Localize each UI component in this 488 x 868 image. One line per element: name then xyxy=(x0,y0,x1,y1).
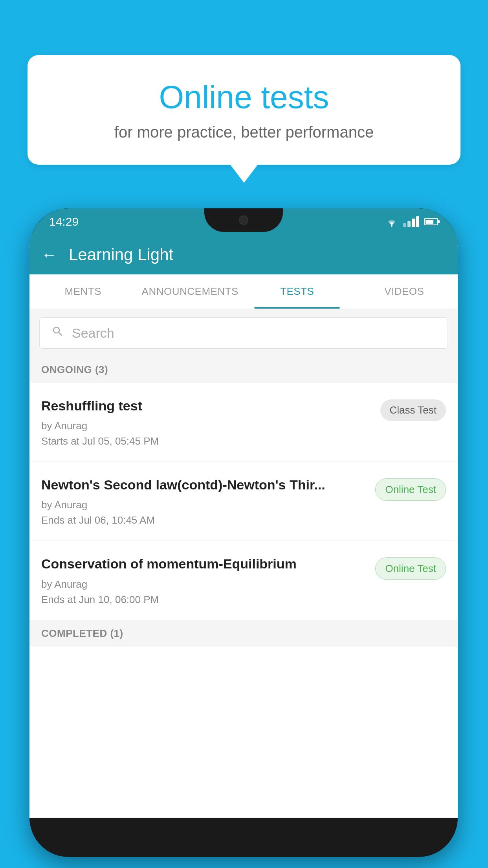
bubble-title: Online tests xyxy=(59,79,429,116)
test-time: Starts at Jul 05, 05:45 PM xyxy=(41,435,372,447)
bubble-subtitle: for more practice, better performance xyxy=(59,123,429,141)
test-info: Conservation of momentum-Equilibrium by … xyxy=(41,555,375,605)
tab-ments[interactable]: MENTS xyxy=(29,274,137,309)
status-bar: 14:29 xyxy=(29,208,458,235)
class-test-badge: Class Test xyxy=(380,399,446,421)
test-author: by Anurag xyxy=(41,499,367,511)
test-name: Reshuffling test xyxy=(41,397,372,414)
test-author: by Anurag xyxy=(41,420,372,432)
test-item[interactable]: Newton's Second law(contd)-Newton's Thir… xyxy=(29,462,458,541)
online-test-badge-2: Online Test xyxy=(375,557,446,580)
online-test-badge: Online Test xyxy=(375,478,446,501)
svg-point-0 xyxy=(391,225,393,227)
speech-bubble: Online tests for more practice, better p… xyxy=(28,55,460,165)
tabs-container: MENTS ANNOUNCEMENTS TESTS VIDEOS xyxy=(29,274,458,309)
test-time: Ends at Jul 06, 10:45 AM xyxy=(41,514,367,526)
tab-tests[interactable]: TESTS xyxy=(244,274,351,309)
search-container: Search xyxy=(29,309,458,357)
ongoing-section-header: ONGOING (3) xyxy=(29,357,458,383)
test-list: Reshuffling test by Anurag Starts at Jul… xyxy=(29,383,458,818)
test-time: Ends at Jun 10, 06:00 PM xyxy=(41,594,367,606)
tab-videos[interactable]: VIDEOS xyxy=(351,274,458,309)
camera-dot xyxy=(239,215,248,225)
app-bar-title: Learning Light xyxy=(69,245,173,264)
test-name: Conservation of momentum-Equilibrium xyxy=(41,555,367,572)
notch xyxy=(204,208,283,232)
status-time: 14:29 xyxy=(49,215,79,228)
phone-inner: 14:29 xyxy=(29,208,458,857)
test-info: Reshuffling test by Anurag Starts at Jul… xyxy=(41,397,380,447)
phone-frame: 14:29 xyxy=(29,208,458,857)
tab-announcements[interactable]: ANNOUNCEMENTS xyxy=(137,274,244,309)
app-bar: ← Learning Light xyxy=(29,235,458,274)
search-placeholder: Search xyxy=(72,326,114,341)
back-button[interactable]: ← xyxy=(41,246,57,264)
test-item[interactable]: Reshuffling test by Anurag Starts at Jul… xyxy=(29,383,458,462)
wifi-icon xyxy=(385,217,398,227)
screen-content: ← Learning Light MENTS ANNOUNCEMENTS TES… xyxy=(29,235,458,818)
signal-bars-icon xyxy=(403,216,419,227)
status-icons xyxy=(385,216,438,227)
battery-icon xyxy=(424,218,438,225)
test-name: Newton's Second law(contd)-Newton's Thir… xyxy=(41,476,367,493)
test-item[interactable]: Conservation of momentum-Equilibrium by … xyxy=(29,541,458,620)
completed-section-header: COMPLETED (1) xyxy=(29,620,458,647)
search-icon xyxy=(51,325,64,341)
search-bar[interactable]: Search xyxy=(39,317,448,349)
test-author: by Anurag xyxy=(41,578,367,590)
speech-bubble-container: Online tests for more practice, better p… xyxy=(28,55,460,165)
test-info: Newton's Second law(contd)-Newton's Thir… xyxy=(41,476,375,526)
